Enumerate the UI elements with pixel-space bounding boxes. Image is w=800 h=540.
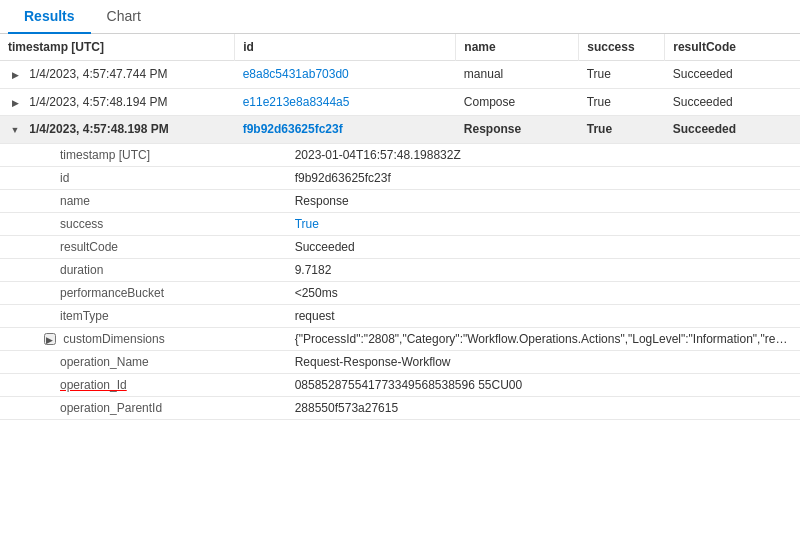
- cell-name: Compose: [456, 88, 579, 116]
- expand-button[interactable]: [8, 68, 22, 82]
- detail-key: customDimensions: [0, 327, 235, 350]
- table-row: 1/4/2023, 4:57:48.194 PM e11e213e8a8344a…: [0, 88, 800, 116]
- detail-key: timestamp [UTC]: [0, 143, 235, 166]
- detail-value: 2023-01-04T16:57:48.198832Z: [235, 143, 800, 166]
- detail-row-id: id f9b92d63625fc23f: [0, 166, 800, 189]
- detail-value: request: [235, 304, 800, 327]
- detail-value: 085852875541773349568538596 55CU00: [235, 373, 800, 396]
- cell-success: True: [579, 116, 665, 144]
- detail-key: operation_Name: [0, 350, 235, 373]
- cell-resultcode: Succeeded: [665, 88, 800, 116]
- detail-key: id: [0, 166, 235, 189]
- detail-key: performanceBucket: [0, 281, 235, 304]
- results-table: timestamp [UTC] id name success resultCo…: [0, 34, 800, 420]
- detail-row-customdimensions: customDimensions {"ProcessId":"2808","Ca…: [0, 327, 800, 350]
- detail-row-itemtype: itemType request: [0, 304, 800, 327]
- cell-success: True: [579, 61, 665, 89]
- col-header-name: name: [456, 34, 579, 61]
- table-row: 1/4/2023, 4:57:48.198 PM f9b92d63625fc23…: [0, 116, 800, 144]
- detail-value: True: [235, 212, 800, 235]
- detail-value: <250ms: [235, 281, 800, 304]
- app-container: Results Chart timestamp [UTC] id name su…: [0, 0, 800, 532]
- detail-value: f9b92d63625fc23f: [235, 166, 800, 189]
- col-header-id: id: [235, 34, 456, 61]
- detail-key: resultCode: [0, 235, 235, 258]
- cell-success: True: [579, 88, 665, 116]
- cell-name: manual: [456, 61, 579, 89]
- expand-button[interactable]: [8, 123, 22, 137]
- cell-timestamp: 1/4/2023, 4:57:48.194 PM: [0, 88, 235, 116]
- detail-value: 288550f573a27615: [235, 396, 800, 419]
- detail-value: Succeeded: [235, 235, 800, 258]
- table-row: 1/4/2023, 4:57:47.744 PM e8a8c5431ab703d…: [0, 61, 800, 89]
- expand-button[interactable]: [8, 95, 22, 109]
- detail-row-duration: duration 9.7182: [0, 258, 800, 281]
- detail-key: success: [0, 212, 235, 235]
- detail-key: operation_ParentId: [0, 396, 235, 419]
- cell-resultcode: Succeeded: [665, 116, 800, 144]
- cell-timestamp: 1/4/2023, 4:57:47.744 PM: [0, 61, 235, 89]
- detail-row-name: name Response: [0, 189, 800, 212]
- cell-name: Response: [456, 116, 579, 144]
- cell-resultcode: Succeeded: [665, 61, 800, 89]
- detail-row-timestamp: timestamp [UTC] 2023-01-04T16:57:48.1988…: [0, 143, 800, 166]
- detail-key: itemType: [0, 304, 235, 327]
- detail-row-resultcode: resultCode Succeeded: [0, 235, 800, 258]
- cell-timestamp: 1/4/2023, 4:57:48.198 PM: [0, 116, 235, 144]
- expand-custom-dimensions-button[interactable]: [44, 333, 56, 345]
- table-header-row: timestamp [UTC] id name success resultCo…: [0, 34, 800, 61]
- detail-value: {"ProcessId":"2808","Category":"Workflow…: [235, 327, 800, 350]
- detail-value: 9.7182: [235, 258, 800, 281]
- detail-row-operation-name: operation_Name Request-Response-Workflow: [0, 350, 800, 373]
- cell-id: e8a8c5431ab703d0: [235, 61, 456, 89]
- detail-key: duration: [0, 258, 235, 281]
- detail-key: name: [0, 189, 235, 212]
- col-header-resultcode: resultCode: [665, 34, 800, 61]
- detail-row-operation-id: operation_Id 085852875541773349568538596…: [0, 373, 800, 396]
- tab-results[interactable]: Results: [8, 0, 91, 34]
- col-header-timestamp: timestamp [UTC]: [0, 34, 235, 61]
- cell-id: f9b92d63625fc23f: [235, 116, 456, 144]
- detail-value: Response: [235, 189, 800, 212]
- detail-key: operation_Id: [0, 373, 235, 396]
- detail-value: Request-Response-Workflow: [235, 350, 800, 373]
- col-header-success: success: [579, 34, 665, 61]
- tab-bar: Results Chart: [0, 0, 800, 34]
- detail-row-success: success True: [0, 212, 800, 235]
- detail-row-operation-parentid: operation_ParentId 288550f573a27615: [0, 396, 800, 419]
- cell-id: e11e213e8a8344a5: [235, 88, 456, 116]
- tab-chart[interactable]: Chart: [91, 0, 157, 34]
- results-table-container: timestamp [UTC] id name success resultCo…: [0, 34, 800, 532]
- detail-row-performancebucket: performanceBucket <250ms: [0, 281, 800, 304]
